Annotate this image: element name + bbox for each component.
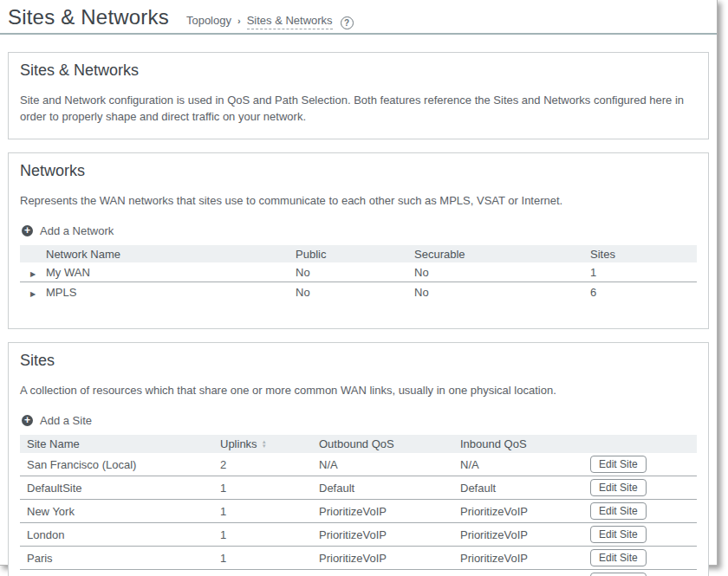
expander-triangle-icon: ▶ [30, 270, 36, 278]
site-inbound-qos-cell: PrioritizeVoIP [460, 528, 590, 541]
networks-panel: Networks Represents the WAN networks tha… [8, 152, 709, 329]
site-outbound-qos-cell: PrioritizeVoIP [319, 505, 460, 518]
expander-triangle-icon: ▶ [30, 290, 36, 298]
sites-panel-heading: Sites [20, 352, 697, 370]
sort-icon: ▲▼ [262, 440, 267, 449]
help-icon[interactable]: ? [341, 16, 354, 29]
networks-table-header: Network Name Public Securable Sites [20, 245, 697, 262]
network-securable-cell: No [414, 266, 590, 279]
networks-panel-description: Represents the WAN networks that sites u… [20, 192, 697, 209]
col-securable: Securable [414, 248, 590, 261]
networks-table: Network Name Public Securable Sites ▶ My… [20, 245, 697, 302]
site-uplinks-cell: 1 [220, 552, 319, 565]
site-uplinks-cell: 1 [220, 528, 319, 541]
site-name-cell: London [20, 528, 220, 541]
plus-circle-icon: + [22, 225, 33, 236]
network-name-cell: My WAN [46, 266, 296, 279]
intro-panel-description: Site and Network configuration is used i… [20, 92, 697, 125]
add-site-label: Add a Site [40, 414, 92, 427]
col-sites: Sites [590, 248, 697, 261]
col-outbound-qos: Outbound QoS [319, 437, 460, 450]
edit-site-button[interactable]: Edit Site [590, 573, 647, 576]
network-table-row: ▶ My WAN No No 1 [20, 262, 697, 282]
site-table-row: Frankfurt 1 VideoConf VideoConf Edit Sit… [20, 570, 697, 576]
site-table-row: New York 1 PrioritizeVoIP PrioritizeVoIP… [20, 500, 697, 523]
site-outbound-qos-cell: N/A [319, 458, 460, 471]
site-name-cell: San Francisco (Local) [20, 458, 220, 471]
intro-panel-heading: Sites & Networks [20, 61, 697, 80]
sites-panel-description: A collection of resources which that sha… [20, 382, 697, 398]
site-uplinks-cell: 1 [220, 482, 319, 495]
page-header: Sites & Networks Topology › Sites & Netw… [0, 0, 717, 33]
network-public-cell: No [296, 266, 414, 279]
site-table-row: Paris 1 PrioritizeVoIP PrioritizeVoIP Ed… [20, 547, 697, 570]
col-site-name: Site Name [20, 437, 220, 450]
site-name-cell: Paris [20, 552, 220, 565]
site-uplinks-cell: 1 [220, 505, 319, 518]
breadcrumb-topology[interactable]: Topology [186, 14, 231, 27]
plus-circle-icon: + [22, 415, 33, 426]
add-network-button[interactable]: + Add a Network [22, 224, 114, 237]
edit-site-button[interactable]: Edit Site [590, 502, 647, 520]
header-divider [0, 33, 717, 35]
breadcrumb: Topology › Sites & Networks ? [186, 14, 354, 29]
page-content: Sites & Networks Site and Network config… [0, 52, 717, 576]
intro-panel: Sites & Networks Site and Network config… [8, 52, 709, 139]
network-sites-cell: 1 [590, 266, 697, 279]
network-public-cell: No [296, 286, 414, 299]
edit-site-button[interactable]: Edit Site [590, 479, 647, 496]
network-table-row: ▶ MPLS No No 6 [20, 282, 697, 302]
add-site-button[interactable]: + Add a Site [22, 414, 92, 427]
expand-row-button[interactable]: ▶ [20, 266, 46, 279]
app-window: Sites & Networks Topology › Sites & Netw… [0, 0, 718, 566]
sites-table: Site Name Uplinks▲▼ Outbound QoS Inbound… [20, 435, 697, 576]
site-outbound-qos-cell: PrioritizeVoIP [319, 528, 460, 541]
site-table-row: DefaultSite 1 Default Default Edit Site [20, 476, 697, 500]
col-uplinks[interactable]: Uplinks▲▼ [220, 437, 319, 450]
site-inbound-qos-cell: PrioritizeVoIP [460, 505, 590, 518]
site-inbound-qos-cell: Default [460, 482, 590, 495]
col-inbound-qos: Inbound QoS [460, 437, 590, 450]
network-sites-cell: 6 [590, 286, 697, 299]
site-outbound-qos-cell: PrioritizeVoIP [319, 552, 460, 565]
site-name-cell: New York [20, 505, 220, 518]
page-title: Sites & Networks [8, 5, 169, 29]
sites-table-header: Site Name Uplinks▲▼ Outbound QoS Inbound… [20, 435, 697, 453]
network-name-cell: MPLS [46, 286, 296, 299]
network-securable-cell: No [414, 286, 590, 299]
site-table-row: London 1 PrioritizeVoIP PrioritizeVoIP E… [20, 523, 697, 547]
edit-site-button[interactable]: Edit Site [590, 526, 647, 543]
breadcrumb-separator-icon: › [237, 16, 241, 26]
site-uplinks-cell: 2 [220, 458, 319, 471]
col-public: Public [296, 248, 414, 261]
edit-site-button[interactable]: Edit Site [590, 549, 647, 566]
site-outbound-qos-cell: Default [319, 482, 460, 495]
col-network-name: Network Name [46, 248, 296, 261]
site-inbound-qos-cell: PrioritizeVoIP [460, 552, 590, 565]
expand-row-button[interactable]: ▶ [20, 286, 46, 299]
site-table-row: San Francisco (Local) 2 N/A N/A Edit Sit… [20, 453, 697, 476]
networks-panel-heading: Networks [20, 162, 697, 180]
sites-panel: Sites A collection of resources which th… [8, 342, 709, 576]
edit-site-button[interactable]: Edit Site [590, 456, 647, 473]
site-name-cell: DefaultSite [20, 482, 220, 495]
sites-table-body: San Francisco (Local) 2 N/A N/A Edit Sit… [20, 453, 697, 576]
site-inbound-qos-cell: N/A [460, 458, 590, 471]
add-network-label: Add a Network [40, 224, 114, 237]
networks-table-body: ▶ My WAN No No 1 ▶ MPLS No No 6 [20, 262, 697, 302]
breadcrumb-current[interactable]: Sites & Networks [247, 14, 333, 29]
